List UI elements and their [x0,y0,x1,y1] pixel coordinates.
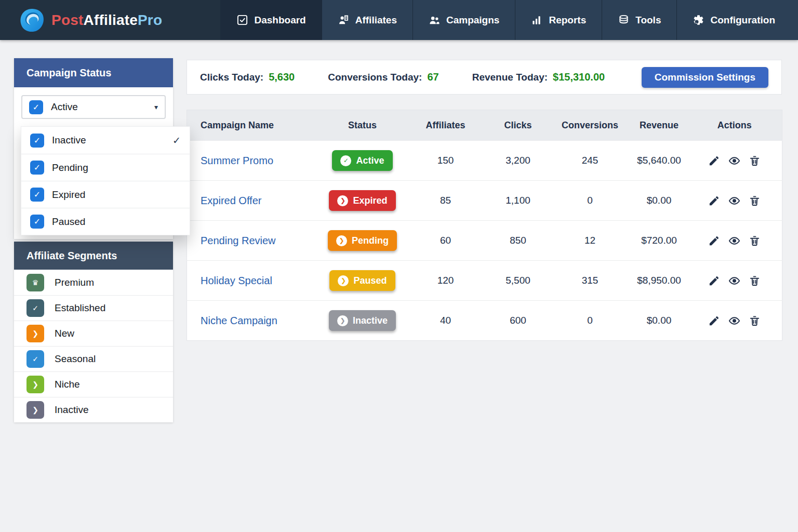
segment-label: New [55,328,74,339]
delete-icon[interactable] [749,195,761,207]
status-badge-label: Paused [353,275,387,286]
brand-affiliate: Affiliate [83,12,137,28]
affiliate-segments-panel: Affiliate Segments ♛ Premium ✓ Establish… [14,242,173,422]
configuration-icon [693,14,704,26]
view-icon[interactable] [728,195,740,207]
brand-name: PostAffiliatePro [51,12,162,29]
seasonal-segment-icon: ✓ [26,350,44,368]
status-option-pending[interactable]: ✓ Pending [21,154,190,181]
campaigns-icon [429,14,441,26]
conversions-cell: 12 [549,221,631,261]
affiliates-cell: 150 [404,141,487,181]
campaign-name-link[interactable]: Summer Promo [201,155,273,166]
segment-item-niche[interactable]: ❯ Niche [14,371,173,397]
status-badge-icon: ❯ [336,235,347,246]
campaign-name-link[interactable]: Holiday Special [201,275,272,286]
segment-item-seasonal[interactable]: ✓ Seasonal [14,346,173,371]
col-header-clicks: Clicks [487,110,549,141]
checkbox-checked-icon[interactable]: ✓ [30,134,44,148]
view-icon[interactable] [728,155,740,167]
sidebar: Campaign Status ✓ Active ▾ ✓ Inactive ✓ … [14,58,173,422]
nav-item-dashboard[interactable]: Dashboard [220,0,321,40]
stat-value: $15,310.00 [553,71,605,83]
status-badge-label: Inactive [353,315,388,326]
checkbox-checked-icon[interactable]: ✓ [29,100,43,114]
revenue-cell: $5,640.00 [631,141,687,181]
commission-settings-button[interactable]: Commission Settings [642,67,768,88]
row-actions [687,155,782,167]
delete-icon[interactable] [749,315,761,327]
row-actions [687,315,782,327]
affiliates-cell: 60 [404,221,487,261]
clicks-cell: 1,100 [487,181,549,221]
nav-item-configuration[interactable]: Configuration [676,0,798,40]
checkbox-checked-icon[interactable]: ✓ [30,188,44,202]
selected-status-label: Active [51,101,78,113]
table-header: Campaign Name Status Affiliates Clicks C… [187,110,782,141]
nav-item-label: Reports [549,15,586,26]
status-dropdown: ✓ Inactive ✓ ✓ Pending ✓ Expired ✓ Pause… [21,126,190,235]
dashboard-icon [236,14,248,26]
nav-item-affiliates[interactable]: Affiliates [322,0,413,40]
status-option-label: Paused [52,216,85,228]
status-option-paused[interactable]: ✓ Paused [21,208,190,235]
affiliates-cell: 85 [404,181,487,221]
brand-post: Post [51,12,83,28]
view-icon[interactable] [728,275,740,287]
status-badge: ✓Active [332,150,392,171]
col-header-campaign-name: Campaign Name [187,110,321,141]
inactive-segment-icon: ❯ [26,401,44,419]
segment-item-inactive[interactable]: ❯ Inactive [14,397,173,422]
segment-item-premium[interactable]: ♛ Premium [14,270,173,295]
revenue-cell: $0.00 [631,301,687,341]
status-badge: ❯Pending [328,230,397,251]
view-icon[interactable] [728,235,740,247]
delete-icon[interactable] [749,275,761,287]
status-option-inactive[interactable]: ✓ Inactive ✓ [21,127,190,154]
premium-segment-icon: ♛ [26,274,44,291]
edit-icon[interactable] [708,195,720,207]
checkbox-checked-icon[interactable]: ✓ [30,161,44,175]
nav-item-tools[interactable]: Tools [602,0,676,40]
status-badge-icon: ❯ [338,275,349,286]
table-row: Holiday Special ❯Paused 120 5,500 315 $8… [187,261,782,301]
new-segment-icon: ❯ [26,325,44,342]
col-header-status: Status [321,110,404,141]
nav-item-label: Configuration [710,15,775,26]
affiliate-segments-title: Affiliate Segments [14,242,173,270]
delete-icon[interactable] [749,235,761,247]
status-badge: ❯Expired [329,190,395,211]
status-option-label: Pending [52,162,88,174]
campaign-name-link[interactable]: Expired Offer [201,195,261,206]
selected-check-icon: ✓ [172,135,181,146]
revenue-cell: $0.00 [631,181,687,221]
edit-icon[interactable] [708,315,720,327]
nav-item-campaigns[interactable]: Campaigns [413,0,515,40]
delete-icon[interactable] [749,155,761,167]
affiliates-icon [338,14,350,26]
campaign-status-title: Campaign Status [14,58,173,87]
stat-revenue-today: Revenue Today: $15,310.00 [472,71,605,83]
view-icon[interactable] [728,315,740,327]
nav-item-label: Dashboard [254,15,305,26]
campaign-name-link[interactable]: Pending Review [201,235,276,246]
status-filter-select[interactable]: ✓ Active ▾ [21,95,166,119]
status-badge: ❯Inactive [329,310,396,331]
brand: PostAffiliatePro [0,0,162,40]
nav-menu: Dashboard Affiliates Campaigns Reports T… [220,0,798,40]
status-badge-icon: ❯ [337,315,348,326]
segment-label: Established [55,302,105,314]
nav-item-reports[interactable]: Reports [515,0,602,40]
status-option-expired[interactable]: ✓ Expired [21,181,190,208]
nav-item-label: Campaigns [446,15,499,26]
edit-icon[interactable] [708,275,720,287]
segment-item-established[interactable]: ✓ Established [14,295,173,321]
edit-icon[interactable] [708,235,720,247]
segment-item-new[interactable]: ❯ New [14,321,173,346]
status-badge: ❯Paused [329,270,395,291]
edit-icon[interactable] [708,155,720,167]
checkbox-checked-icon[interactable]: ✓ [30,215,44,229]
campaign-name-link[interactable]: Niche Campaign [201,315,277,326]
established-segment-icon: ✓ [26,299,44,317]
stat-conversions-today: Conversions Today: 67 [328,71,438,83]
